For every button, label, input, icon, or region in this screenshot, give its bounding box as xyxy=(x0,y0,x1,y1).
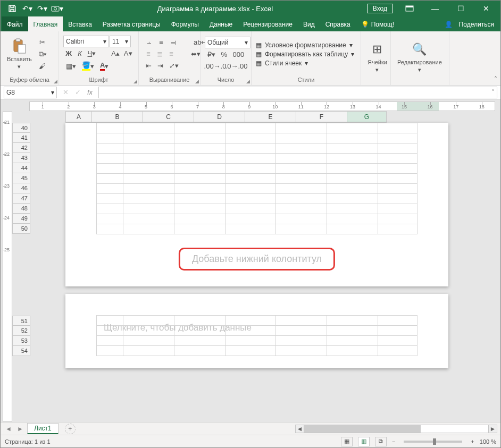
cells-grid-2[interactable] xyxy=(96,315,418,356)
number-dialog-icon[interactable]: ◢ xyxy=(246,79,250,84)
new-sheet-button[interactable]: + xyxy=(65,424,76,434)
row-header-47[interactable]: 47 xyxy=(12,193,30,204)
accounting-format-icon[interactable]: ₽▾ xyxy=(205,49,218,60)
tab-insert[interactable]: Вставка xyxy=(63,16,97,31)
underline-button[interactable]: Ч▾ xyxy=(86,48,98,59)
editing-button[interactable]: 🔍Редактирование▾ xyxy=(395,40,444,74)
tab-data[interactable]: Данные xyxy=(204,16,238,31)
row-header-50[interactable]: 50 xyxy=(12,224,30,234)
zoom-slider[interactable] xyxy=(404,441,462,443)
row-header-44[interactable]: 44 xyxy=(12,163,30,173)
scroll-left-icon[interactable]: ◄ xyxy=(296,425,304,433)
sheet-tab-1[interactable]: Лист1 xyxy=(27,423,59,434)
decrease-font-icon[interactable]: A▾ xyxy=(122,48,134,59)
tab-review[interactable]: Рецензирование xyxy=(238,16,298,31)
align-bottom-icon[interactable]: ⫤ xyxy=(167,37,179,48)
tab-tellme[interactable]: 💡Помощ! xyxy=(356,16,399,31)
expand-bar-icon[interactable]: ˅ xyxy=(491,89,495,96)
scroll-right-icon[interactable]: ► xyxy=(488,425,497,433)
increase-font-icon[interactable]: A▴ xyxy=(110,48,122,59)
minimize-icon[interactable]: — xyxy=(423,1,447,16)
fx-icon[interactable]: fx xyxy=(85,87,95,98)
clipboard-dialog-icon[interactable]: ◢ xyxy=(54,79,57,84)
number-format-select[interactable]: Общий▾ xyxy=(205,37,250,48)
bold-button[interactable]: Ж xyxy=(63,48,74,59)
increase-decimal-icon[interactable]: .00→.0 xyxy=(205,61,226,72)
row-header-42[interactable]: 42 xyxy=(12,143,30,153)
cells-grid[interactable] xyxy=(96,123,418,234)
increase-indent-icon[interactable]: ⇥ xyxy=(155,60,166,71)
row-header-54[interactable]: 54 xyxy=(12,346,30,356)
row-header-41[interactable]: 41 xyxy=(12,133,30,143)
row-header-40[interactable]: 40 xyxy=(12,123,30,133)
alignment-dialog-icon[interactable]: ◢ xyxy=(195,79,199,84)
signin-button[interactable]: Вход xyxy=(367,4,393,13)
align-right-icon[interactable]: ≡ xyxy=(166,48,177,60)
column-header-F[interactable]: F xyxy=(296,111,347,123)
font-dialog-icon[interactable]: ◢ xyxy=(133,79,137,84)
view-normal-icon[interactable]: ▦ xyxy=(341,437,353,446)
copy-icon[interactable]: ⧉▾ xyxy=(36,48,49,60)
comma-format-icon[interactable]: 000 xyxy=(230,49,247,60)
row-header-43[interactable]: 43 xyxy=(12,153,30,163)
tab-home[interactable]: Главная xyxy=(28,16,63,31)
tab-help[interactable]: Справка xyxy=(320,16,356,31)
row-header-51[interactable]: 51 xyxy=(12,316,30,326)
zoom-level[interactable]: 100 % xyxy=(480,438,496,445)
fill-color-button[interactable]: 🪣▾ xyxy=(79,60,97,72)
collapse-ribbon-icon[interactable]: ˄ xyxy=(494,75,497,83)
decrease-decimal-icon[interactable]: .0→.00 xyxy=(226,61,247,72)
cut-icon[interactable]: ✂ xyxy=(36,37,49,48)
cell-styles-button[interactable]: ▦Стили ячеек▾ xyxy=(256,60,356,67)
row-header-53[interactable]: 53 xyxy=(12,336,30,346)
add-data-placeholder[interactable]: Щелкните, чтобы добавить данные xyxy=(104,323,252,333)
camera-icon[interactable]: ▾ xyxy=(51,2,63,15)
align-middle-icon[interactable]: ≡ xyxy=(156,37,166,48)
row-header-46[interactable]: 46 xyxy=(12,183,30,193)
font-name-select[interactable]: Calibri▾ xyxy=(63,36,109,47)
cells-button[interactable]: ⊞Ячейки▾ xyxy=(365,40,389,74)
view-pagebreak-icon[interactable]: ⧉ xyxy=(375,437,387,446)
align-center-icon[interactable]: ≣ xyxy=(154,48,165,60)
column-header-D[interactable]: D xyxy=(194,111,245,123)
scroll-thumb[interactable] xyxy=(304,425,421,433)
conditional-formatting-button[interactable]: ▦Условное форматирование▾ xyxy=(256,41,356,49)
sheet-nav-next-icon[interactable]: ► xyxy=(15,424,25,434)
align-left-icon[interactable]: ≡ xyxy=(143,48,154,60)
font-size-select[interactable]: 11▾ xyxy=(110,36,131,47)
italic-button[interactable]: К xyxy=(74,48,85,59)
maximize-icon[interactable]: ☐ xyxy=(448,1,473,16)
percent-format-icon[interactable]: % xyxy=(219,49,230,60)
row-header-49[interactable]: 49 xyxy=(12,214,30,224)
column-header-A[interactable]: A xyxy=(65,111,92,123)
tab-pagelayout[interactable]: Разметка страницы xyxy=(97,16,166,31)
orientation-icon[interactable]: ⤢▾ xyxy=(166,60,181,71)
row-header-45[interactable]: 45 xyxy=(12,173,30,183)
enter-formula-icon[interactable]: ✓ xyxy=(72,87,84,98)
zoom-out-icon[interactable]: − xyxy=(392,438,395,445)
borders-button[interactable]: ▦▾ xyxy=(63,60,79,72)
paste-button[interactable]: Вставить▾ xyxy=(5,37,34,71)
column-header-B[interactable]: B xyxy=(92,111,143,123)
cancel-formula-icon[interactable]: ✕ xyxy=(60,87,71,98)
zoom-in-icon[interactable]: + xyxy=(471,438,474,445)
sheet-nav-prev-icon[interactable]: ◄ xyxy=(4,424,13,434)
save-icon[interactable] xyxy=(6,2,19,15)
column-header-G[interactable]: G xyxy=(347,111,387,123)
column-header-C[interactable]: C xyxy=(143,111,194,123)
view-pagelayout-icon[interactable]: ▥ xyxy=(358,437,370,446)
name-box[interactable]: G8▾ xyxy=(4,87,57,98)
align-top-icon[interactable]: ⫠ xyxy=(143,37,155,48)
redo-icon[interactable]: ↷▾ xyxy=(36,2,48,15)
row-header-52[interactable]: 52 xyxy=(12,326,30,336)
format-painter-icon[interactable]: 🖌 xyxy=(36,61,49,72)
row-header-48[interactable]: 48 xyxy=(12,204,30,214)
footer-placeholder[interactable]: Добавьте нижний колонтитул xyxy=(179,248,335,271)
tab-view[interactable]: Вид xyxy=(298,16,320,31)
decrease-indent-icon[interactable]: ⇤ xyxy=(143,60,154,71)
format-as-table-button[interactable]: ▦Форматировать как таблицу▾ xyxy=(256,50,356,58)
ribbon-options-icon[interactable] xyxy=(397,1,422,16)
horizontal-scrollbar[interactable]: ◄ ► xyxy=(295,425,497,433)
share-button[interactable]: 👤 Поделиться xyxy=(439,16,499,31)
close-icon[interactable]: ✕ xyxy=(474,1,498,16)
